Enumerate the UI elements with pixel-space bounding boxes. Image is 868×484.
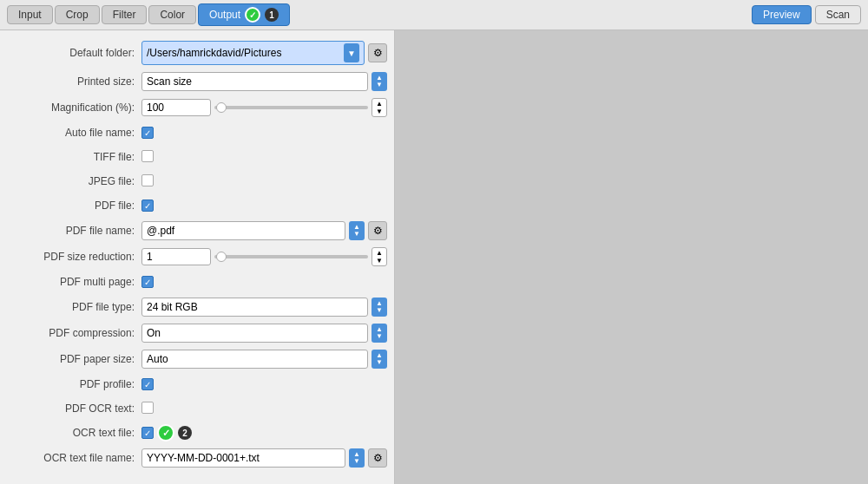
pdf-multi-page-row: PDF multi page: ✓ [0,270,394,294]
folder-arrow-icon[interactable]: ▼ [344,43,359,62]
printed-size-label: Printed size: [7,75,141,88]
pdf-profile-label: PDF profile: [7,378,141,390]
printed-size-arrows[interactable]: ▲▼ [372,72,387,91]
magnification-input[interactable] [141,99,211,116]
pdf-paper-size-row: PDF paper size: Auto ▲▼ [0,346,394,372]
ocr-text-file-control: ✓ ✓ 2 [141,424,387,441]
pdf-paper-size-select[interactable]: Auto [141,350,368,369]
pdf-file-name-label: PDF file name: [7,225,141,237]
scan-button[interactable]: Scan [815,5,861,24]
ocr-text-file-name-select[interactable]: YYYY-MM-DD-0001+.txt [141,448,345,468]
pdf-file-name-gear-button[interactable]: ⚙ [368,221,387,240]
pdf-size-reduction-stepper[interactable]: ▲▼ [372,247,387,266]
pdf-profile-row: PDF profile: ✓ [0,372,394,396]
pdf-file-type-select-row: 24 bit RGB ▲▼ [141,298,387,317]
pdf-file-name-select-row: @.pdf ▲▼ ⚙ [141,221,387,240]
magnification-thumb[interactable] [216,102,227,113]
pdf-size-reduction-control: ▲▼ [141,247,387,266]
main-content: Default folder: /Users/hamrickdavid/Pict… [0,30,868,484]
pdf-size-reduction-input[interactable] [141,248,211,265]
pdf-size-reduction-slider-row: ▲▼ [141,247,387,266]
magnification-stepper[interactable]: ▲▼ [372,98,387,117]
pdf-size-reduction-row: PDF size reduction: ▲▼ [0,244,394,270]
pdf-file-type-control: 24 bit RGB ▲▼ [141,298,387,317]
pdf-file-name-row: PDF file name: @.pdf ▲▼ ⚙ [0,218,394,244]
left-panel: Default folder: /Users/hamrickdavid/Pict… [0,30,395,484]
jpeg-file-row: JPEG file: [0,169,394,193]
ocr-text-file-name-gear-button[interactable]: ⚙ [368,448,387,468]
jpeg-file-label: JPEG file: [7,175,141,187]
tab-output[interactable]: Output ✓ 1 [198,3,290,26]
pdf-file-name-arrows[interactable]: ▲▼ [349,221,365,240]
tab-filter[interactable]: Filter [102,5,148,24]
ocr-text-file-label: OCR text file: [7,427,141,439]
folder-gear-button[interactable]: ⚙ [368,43,387,62]
printed-size-select[interactable]: Scan size [141,72,368,91]
preview-button[interactable]: Preview [752,5,812,24]
magnification-slider[interactable] [214,106,368,109]
default-folder-control: /Users/hamrickdavid/Pictures ▼ ⚙ [141,41,387,65]
pdf-compression-select[interactable]: On [141,324,368,343]
magnification-slider-row: ▲▼ [141,98,387,117]
auto-file-name-checkbox[interactable]: ✓ [141,127,154,139]
jpeg-file-checkbox[interactable] [141,174,154,186]
pdf-multi-page-control: ✓ [141,276,387,289]
ocr-text-file-name-arrows[interactable]: ▲▼ [349,448,365,468]
ocr-row: ✓ ✓ 2 [141,424,387,441]
folder-select: /Users/hamrickdavid/Pictures ▼ ⚙ [141,41,387,65]
pdf-file-name-select[interactable]: @.pdf [141,221,345,240]
pdf-compression-label: PDF compression: [7,327,141,339]
auto-file-name-control: ✓ [141,127,387,140]
pdf-size-reduction-label: PDF size reduction: [7,251,141,263]
pdf-file-type-label: PDF file type: [7,301,141,313]
output-badge-num: 1 [265,8,279,22]
printed-size-row: Printed size: Scan size ▲▼ [0,69,394,95]
pdf-ocr-text-row: PDF OCR text: [0,396,394,421]
pdf-multi-page-label: PDF multi page: [7,276,141,288]
pdf-multi-page-checkbox[interactable]: ✓ [141,276,154,288]
ocr-text-file-checkbox[interactable]: ✓ [141,427,154,439]
auto-file-name-label: Auto file name: [7,127,141,139]
pdf-compression-row: PDF compression: On ▲▼ [0,320,394,346]
default-folder-row: Default folder: /Users/hamrickdavid/Pict… [0,37,394,69]
ocr-text-file-name-select-row: YYYY-MM-DD-0001+.txt ▲▼ ⚙ [141,448,387,468]
pdf-file-type-row: PDF file type: 24 bit RGB ▲▼ [0,294,394,320]
printed-size-control: Scan size ▲▼ [141,72,387,91]
pdf-ocr-text-control [141,402,387,416]
pdf-compression-control: On ▲▼ [141,324,387,343]
pdf-size-reduction-slider[interactable] [214,255,368,258]
tab-input[interactable]: Input [7,5,53,24]
tiff-file-label: TIFF file: [7,151,141,163]
tiff-file-control [141,150,387,165]
ocr-text-file-name-control: YYYY-MM-DD-0001+.txt ▲▼ ⚙ [141,448,387,468]
pdf-paper-size-control: Auto ▲▼ [141,350,387,369]
pdf-size-reduction-thumb[interactable] [216,252,227,262]
tiff-file-checkbox[interactable] [141,150,154,162]
ocr-check-icon: ✓ [157,424,174,441]
folder-input[interactable]: /Users/hamrickdavid/Pictures ▼ [141,41,365,65]
pdf-file-row: PDF file: ✓ [0,193,394,218]
default-folder-label: Default folder: [7,47,141,59]
pdf-ocr-text-checkbox[interactable] [141,402,154,414]
toolbar: Input Crop Filter Color Output ✓ 1 Previ… [0,0,868,30]
pdf-file-type-select[interactable]: 24 bit RGB [141,298,368,317]
preview-panel [395,30,868,484]
auto-file-name-row: Auto file name: ✓ [0,121,394,145]
tiff-file-row: TIFF file: [0,145,394,169]
pdf-ocr-text-label: PDF OCR text: [7,402,141,415]
pdf-profile-checkbox[interactable]: ✓ [141,378,154,390]
ocr-text-file-name-row: OCR text file name: YYYY-MM-DD-0001+.txt… [0,445,394,471]
ocr-badge-num: 2 [178,426,192,440]
pdf-file-name-control: @.pdf ▲▼ ⚙ [141,221,387,240]
tab-crop[interactable]: Crop [55,5,100,24]
pdf-file-checkbox[interactable]: ✓ [141,199,154,212]
output-check-icon: ✓ [245,7,260,23]
pdf-paper-size-arrows[interactable]: ▲▼ [372,350,387,369]
pdf-file-type-arrows[interactable]: ▲▼ [372,298,387,317]
tab-color[interactable]: Color [148,5,196,24]
pdf-file-label: PDF file: [7,199,141,212]
jpeg-file-control [141,174,387,189]
pdf-compression-arrows[interactable]: ▲▼ [372,324,387,343]
pdf-file-control: ✓ [141,199,387,213]
pdf-profile-control: ✓ [141,378,387,391]
